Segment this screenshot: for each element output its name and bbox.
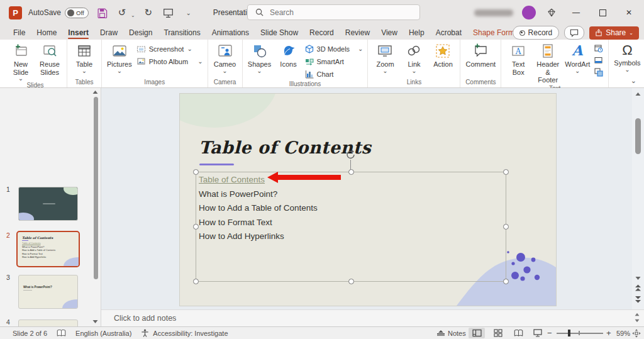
insert-object-button[interactable]	[593, 67, 604, 77]
zoom-button[interactable]: Zoom	[370, 41, 399, 74]
resize-handle[interactable]	[503, 169, 509, 175]
zoom-out-button[interactable]	[547, 328, 552, 338]
symbols-button[interactable]: Symbols	[611, 41, 643, 72]
cameo-button[interactable]: Cameo	[211, 41, 240, 74]
slide-indicator[interactable]: Slide 2 of 6	[13, 330, 47, 337]
header-footer-button[interactable]: Header & Footer	[533, 41, 563, 84]
vertical-scrollbar[interactable]	[632, 88, 644, 309]
insert-slide-number-button[interactable]	[593, 55, 604, 65]
notes-scroll-up-icon[interactable]	[635, 313, 640, 316]
thumbnail-slide-1[interactable]	[18, 187, 78, 221]
scroll-down-icon[interactable]	[635, 276, 641, 281]
next-slide-icon[interactable]	[635, 296, 641, 303]
thumbnail-slide-2-selected[interactable]: Table of Contents Table of Contents What…	[16, 231, 80, 267]
zoom-slider-thumb[interactable]	[568, 330, 570, 336]
comments-button[interactable]	[564, 26, 584, 40]
share-button[interactable]: Share	[589, 26, 639, 40]
diamond-icon[interactable]	[545, 6, 558, 19]
icons-button[interactable]: Icons	[274, 41, 303, 69]
thumbnails-scrollbar[interactable]	[94, 97, 98, 279]
tab-help[interactable]: Help	[403, 25, 430, 40]
start-slideshow-button[interactable]	[162, 6, 175, 19]
collapse-ribbon-icon[interactable]	[631, 77, 636, 85]
tab-review[interactable]: Review	[340, 25, 375, 40]
table-of-contents-list[interactable]: Table of Contents What is PowerPoint? Ho…	[199, 173, 475, 244]
search-box[interactable]	[247, 4, 420, 20]
redo-button[interactable]	[142, 6, 155, 19]
resize-handle[interactable]	[193, 224, 199, 230]
thumbnail-slide-3[interactable]: What is PowerPoint?	[18, 275, 78, 309]
smartart-button[interactable]: SmartArt	[303, 55, 365, 67]
link-button[interactable]: Link	[399, 41, 428, 74]
action-button[interactable]: Action	[428, 41, 457, 69]
comment-button[interactable]: Comment	[463, 41, 498, 69]
accessibility-status[interactable]: Accessibility: Investigate	[141, 329, 228, 337]
resize-handle[interactable]	[503, 279, 509, 284]
tab-design[interactable]: Design	[123, 25, 158, 40]
zoom-slider-track[interactable]	[557, 333, 603, 334]
zoom-in-button[interactable]	[606, 328, 611, 338]
fit-slide-to-window-button[interactable]	[632, 329, 641, 339]
table-button[interactable]: Table	[70, 41, 99, 74]
toc-item[interactable]: How to Add Hyperlinks	[199, 230, 475, 244]
autosave-toggle[interactable]: Off	[65, 8, 89, 18]
minimize-button[interactable]: —	[567, 4, 585, 21]
resize-handle[interactable]	[193, 169, 199, 175]
reuse-slides-button[interactable]: Reuse Slides	[35, 41, 64, 76]
previous-slide-icon[interactable]	[635, 284, 641, 292]
resize-handle[interactable]	[193, 279, 199, 284]
tab-slide-show[interactable]: Slide Show	[255, 25, 304, 40]
rotate-handle-icon[interactable]	[345, 149, 356, 162]
slide-editing-surface[interactable]: Table of Contents Table of C	[179, 93, 557, 306]
customize-qat-icon[interactable]	[182, 6, 196, 19]
zoom-level[interactable]: 59%	[616, 330, 630, 337]
3d-models-button[interactable]: 3D Models	[303, 43, 365, 55]
screenshot-button[interactable]: Screenshot	[135, 43, 205, 55]
tab-draw[interactable]: Draw	[94, 25, 123, 40]
resize-handle[interactable]	[348, 279, 354, 284]
notes-placeholder[interactable]: Click to add notes	[114, 314, 176, 323]
tab-home[interactable]: Home	[31, 25, 62, 40]
tab-view[interactable]: View	[375, 25, 403, 40]
photo-album-button[interactable]: Photo Album	[135, 55, 205, 67]
thumbnails-scroll-up-icon[interactable]	[92, 90, 98, 94]
toc-item[interactable]: How to Add a Table of Contents	[199, 201, 475, 216]
thumbnail-slide-4[interactable]: How to Add a Table of Contents	[18, 320, 78, 326]
chart-button[interactable]: Chart	[303, 68, 365, 80]
text-box-button[interactable]: A Text Box	[504, 41, 533, 76]
close-button[interactable]: ✕	[620, 4, 638, 21]
toc-item[interactable]: What is PowerPoint?	[199, 187, 475, 202]
spellcheck-book-icon[interactable]	[57, 329, 66, 337]
tab-animations[interactable]: Animations	[206, 25, 255, 40]
user-avatar[interactable]	[522, 6, 536, 19]
slide-canvas[interactable]: Table of Contents Table of C	[101, 88, 632, 309]
language-indicator[interactable]: English (Australia)	[75, 330, 131, 337]
notes-pane[interactable]: Click to add notes	[101, 309, 644, 326]
save-button[interactable]	[95, 6, 109, 19]
reading-view-button[interactable]	[510, 328, 526, 338]
scroll-up-icon[interactable]	[635, 92, 641, 96]
scrollbar-thumb[interactable]	[635, 118, 641, 154]
resize-handle[interactable]	[503, 224, 509, 230]
tab-file[interactable]: File	[8, 25, 31, 40]
wordart-button[interactable]: A WordArt	[563, 41, 592, 74]
slideshow-view-button[interactable]	[530, 328, 546, 338]
date-time-button[interactable]	[593, 43, 604, 53]
undo-button[interactable]	[115, 6, 129, 19]
tab-record[interactable]: Record	[304, 25, 340, 40]
search-input[interactable]	[269, 8, 397, 18]
normal-view-button[interactable]	[469, 328, 485, 338]
slide-sorter-view-button[interactable]	[490, 328, 506, 338]
new-slide-button[interactable]: New Slide	[6, 41, 35, 81]
shapes-button[interactable]: Shapes	[245, 41, 274, 74]
thumbnails-scroll-down-icon[interactable]	[92, 320, 98, 324]
restore-button[interactable]	[594, 4, 611, 21]
notes-toggle-button[interactable]: Notes	[437, 327, 466, 339]
toc-item[interactable]: How to Format Text	[199, 216, 475, 230]
tab-transitions[interactable]: Transitions	[158, 25, 206, 40]
notes-scroll-down-icon[interactable]	[635, 319, 640, 323]
pictures-button[interactable]: Pictures	[104, 41, 135, 74]
tab-acrobat[interactable]: Acrobat	[430, 25, 467, 40]
undo-dropdown-icon[interactable]	[131, 13, 135, 18]
tab-insert[interactable]: Insert	[62, 25, 94, 40]
